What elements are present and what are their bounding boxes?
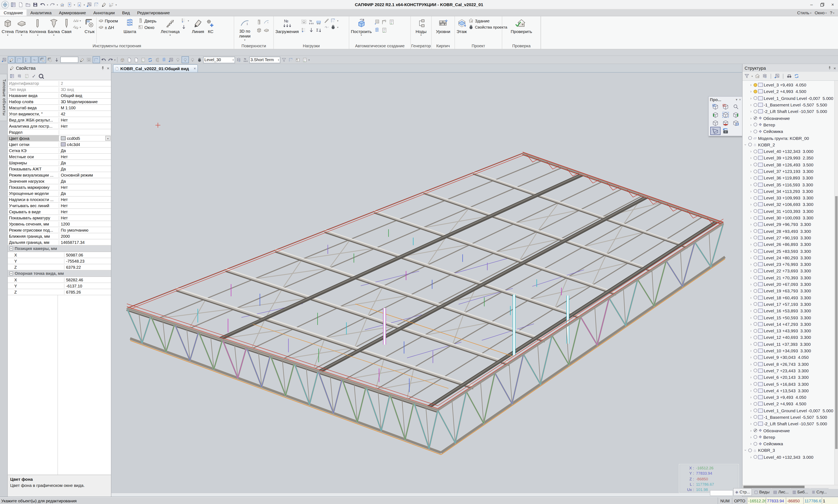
property-row[interactable]: Цвет сеткиc4c3d4: [8, 142, 111, 148]
property-row[interactable]: Показать маркировкуНет: [8, 184, 111, 191]
style-menu[interactable]: Стиль▾: [796, 10, 813, 15]
add-structure-icon[interactable]: [86, 1, 92, 7]
surface-prism-icon[interactable]: [256, 27, 262, 33]
property-row[interactable]: Уровень сечения, мм1200: [8, 221, 111, 227]
tree-item[interactable]: ›Level_20 +67,093 3.300: [743, 281, 835, 288]
visibility-bulb-icon[interactable]: [753, 429, 757, 432]
grid-snap-icon[interactable]: [1, 57, 7, 63]
page-3-icon[interactable]: [140, 57, 146, 63]
visibility-bulb-icon[interactable]: [753, 269, 757, 273]
page-2-icon[interactable]: [133, 57, 140, 63]
level-select[interactable]: Level_30▾: [203, 56, 235, 63]
load-area-icon[interactable]: [301, 19, 307, 25]
lamp-yellow-icon[interactable]: [189, 57, 196, 63]
tree-item[interactable]: ›Level_38 +126,493 3.500: [743, 161, 835, 168]
window-menu[interactable]: Окно▾: [813, 10, 828, 15]
tree-item[interactable]: ›Level_1_Ground Level -0,007 5.000: [743, 95, 835, 102]
tree-item[interactable]: ›Level_13 +43,993 3.300: [743, 327, 835, 334]
visibility-bulb-icon[interactable]: [753, 236, 757, 239]
visibility-bulb-icon[interactable]: [753, 322, 757, 326]
tree-item[interactable]: ›Level_18 +60,493 3.300: [743, 294, 835, 301]
tree-item[interactable]: ›Level_36 +119,893 3.300: [743, 175, 835, 181]
circle-tool-icon[interactable]: [86, 57, 92, 63]
visibility-bulb-icon[interactable]: [753, 356, 757, 359]
tree-item[interactable]: ›Level_24 +80,293 3.300: [743, 254, 835, 261]
tree-expander-icon[interactable]: ›: [749, 90, 753, 94]
projection-view-button-10[interactable]: [710, 127, 720, 135]
palette-close-icon[interactable]: ×: [739, 98, 741, 101]
load-cart-icon[interactable]: [316, 19, 322, 25]
color-swatch[interactable]: [61, 136, 66, 140]
load-wall-icon[interactable]: ▾: [324, 18, 341, 23]
tree-expander-icon[interactable]: ›: [749, 336, 753, 340]
3d-viewport[interactable]: Про... ▾× X :-16512.26Y :77833.94Z :-868…: [111, 73, 742, 493]
tree-item[interactable]: ›-1_Basement Level -5,507 5.500: [743, 102, 835, 108]
tree-item[interactable]: ›Level_19 +63,793 3.300: [743, 287, 835, 294]
tree-expander-icon[interactable]: ›: [749, 96, 753, 100]
tree-expander-icon[interactable]: ›: [749, 362, 753, 366]
menu-tab-Аннотации[interactable]: Аннотации: [90, 10, 119, 16]
solid-view-icon[interactable]: [119, 57, 126, 63]
tree-expander-icon[interactable]: ›: [744, 143, 748, 147]
tree-expander-icon[interactable]: ›: [749, 269, 753, 273]
shaft-button[interactable]: Шахта: [123, 17, 137, 43]
project-properties-button[interactable]: Свойства проекта: [468, 24, 497, 30]
check-button[interactable]: Проверить: [510, 17, 533, 43]
tree-item[interactable]: ›Level_32 +106,693 3.300: [743, 201, 835, 208]
structure-close-icon[interactable]: ×: [834, 66, 836, 70]
import-dropdown-icon[interactable]: ▾: [74, 3, 75, 6]
loadcase-num-icon[interactable]: [242, 57, 249, 63]
tree-expander-icon[interactable]: ›: [749, 242, 753, 247]
tree-item[interactable]: ›Level_29 +96,793 3.300: [743, 221, 835, 228]
projection-view-button-9[interactable]: [731, 119, 740, 126]
property-row[interactable]: Местные осиНет: [8, 154, 111, 160]
structure-filter-dropdown-icon[interactable]: ▾: [751, 75, 753, 77]
visibility-bulb-icon[interactable]: [753, 190, 757, 193]
tree-item[interactable]: ›Level_3 +9,493 4.050: [743, 394, 835, 401]
tree-expander-icon[interactable]: ›: [749, 169, 753, 173]
tree-item[interactable]: ›❖Сейсмика: [743, 128, 835, 135]
reload-model-icon[interactable]: [59, 1, 65, 7]
checked-list-icon[interactable]: [24, 74, 29, 78]
export-dropdown-icon[interactable]: ▾: [84, 3, 85, 6]
tree-item[interactable]: ›Level_40 +132,343 3.000: [743, 148, 835, 155]
menu-tab-Редактирование[interactable]: Редактирование: [134, 10, 174, 16]
num-indicator[interactable]: NUM: [718, 498, 732, 504]
layer-list-icon[interactable]: [235, 57, 242, 63]
tree-item[interactable]: ›❖Обозначение: [743, 115, 835, 122]
tree-expander-icon[interactable]: ›: [749, 249, 753, 253]
tree-item[interactable]: ›Level_30 +100,093 3.300: [743, 215, 835, 221]
visibility-bulb-icon[interactable]: [753, 116, 757, 120]
tree-expander-icon[interactable]: ›: [749, 229, 753, 233]
zigzag-brace-button[interactable]: ▾: [73, 24, 83, 30]
tree-item[interactable]: ›Level_2 +4,993 4.500: [743, 88, 835, 95]
tree-item[interactable]: ›Level_15 +50,593 3.300: [743, 314, 835, 321]
tree-item[interactable]: ›Level_23 +76,993 3.300: [743, 261, 835, 268]
export-icon[interactable]: [76, 1, 83, 7]
tree-expander-icon[interactable]: ›: [749, 116, 753, 120]
visibility-bulb-icon[interactable]: [753, 375, 757, 379]
menu-tab-Армирование[interactable]: Армирование: [55, 10, 90, 16]
tree-expander-icon[interactable]: ›: [749, 262, 753, 266]
visibility-bulb-icon[interactable]: [753, 129, 757, 133]
panel-tab-3[interactable]: ▤Лис...: [771, 488, 790, 496]
minimize-button[interactable]: –: [806, 0, 817, 8]
snap-corner-icon[interactable]: [93, 1, 100, 7]
property-row[interactable]: Вид для ЖБК-результ...Нет: [8, 117, 111, 123]
line-tool-icon[interactable]: [79, 57, 85, 63]
tree-expander-icon[interactable]: ›: [749, 415, 753, 419]
visibility-bulb-icon[interactable]: [753, 223, 757, 226]
visibility-bulb-icon[interactable]: [753, 442, 757, 446]
fem-grid-icon[interactable]: [168, 57, 174, 63]
validate-icon[interactable]: [301, 57, 308, 63]
select-arrow-icon[interactable]: [287, 57, 294, 63]
scrollbar-thumb[interactable]: [835, 196, 838, 449]
property-row[interactable]: X50987.06: [8, 252, 111, 258]
ks-button[interactable]: КС: [205, 17, 216, 43]
property-row[interactable]: Раздел: [8, 129, 111, 136]
visibility-bulb-icon[interactable]: [753, 349, 757, 353]
auto-report-icon[interactable]: [389, 19, 395, 25]
tree-item[interactable]: ›Level_4 +13,543 3.300: [743, 387, 835, 394]
tree-expander-icon[interactable]: ›: [744, 449, 748, 452]
tree-expander-icon[interactable]: ›: [749, 435, 753, 439]
